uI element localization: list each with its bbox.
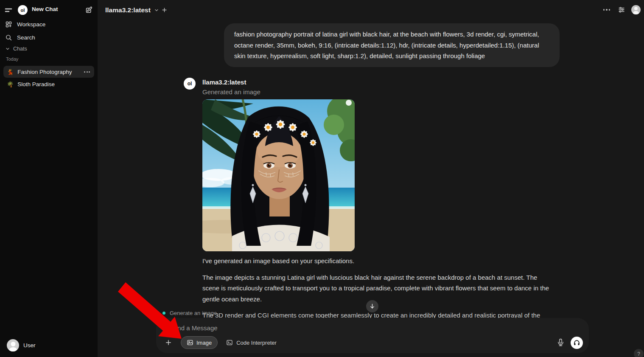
chats-label: Chats [13, 46, 27, 52]
message-composer: Send a Message Image Code Interpreter [156, 318, 589, 353]
sidebar-chat-fashion-photography[interactable]: 💃 Fashion Photography [3, 66, 94, 78]
assistant-avatar-icon: ol [184, 78, 196, 90]
search-icon [5, 34, 12, 41]
microphone-icon[interactable] [556, 338, 566, 347]
assistant-paragraph: The image depicts a stunning Latina girl… [202, 272, 554, 305]
user-avatar [7, 339, 19, 351]
composer-right-actions [556, 337, 583, 349]
help-button[interactable]: ? [634, 349, 644, 357]
message-input[interactable]: Send a Message [170, 324, 575, 332]
user-name: User [23, 342, 36, 349]
profile-avatar[interactable] [631, 5, 641, 14]
image-icon [187, 339, 193, 346]
model-selector[interactable]: llama3.2:latest [105, 6, 159, 14]
sidebar-header: ol New Chat [0, 4, 98, 16]
attach-plus-button[interactable] [163, 337, 174, 348]
palm-tree-emoji-icon: 🌴 [7, 81, 14, 87]
assistant-status-text: Generated an image [202, 88, 260, 96]
code-interpreter-button[interactable]: Code Interpreter [224, 336, 278, 349]
main-header: llama3.2:latest [98, 0, 644, 21]
sidebar-item-workspace[interactable]: Workspace [0, 18, 98, 31]
chats-section-header[interactable]: Chats [5, 46, 27, 52]
status-dot-icon [162, 312, 165, 315]
open-webui-app: ol New Chat Workspace Search Chats Today [0, 0, 644, 357]
chat-options-icon[interactable] [84, 71, 91, 73]
model-name: llama3.2:latest [105, 6, 151, 14]
chevron-down-icon [5, 46, 10, 51]
tool-status-indicator: Generate an image [162, 310, 217, 316]
sidebar-chat-sloth-paradise[interactable]: 🌴 Sloth Paradise [3, 78, 94, 90]
headphones-icon [573, 339, 580, 346]
search-label: Search [17, 34, 35, 41]
composer-toolbar: Image Code Interpreter [162, 336, 583, 349]
new-model-plus-icon[interactable] [160, 6, 168, 14]
chat-title: Sloth Paradise [17, 81, 91, 87]
controls-sliders-icon[interactable] [618, 6, 625, 14]
assistant-name: llama3.2:latest [202, 79, 246, 86]
user-message-bubble: fashion photography portrait of latina g… [224, 23, 560, 67]
sidebar-user-menu[interactable]: User [3, 337, 94, 354]
assistant-paragraph: I've generated an image based on your sp… [202, 256, 554, 267]
generated-image[interactable] [202, 99, 355, 251]
sidebar-item-search[interactable]: Search [0, 31, 98, 44]
sidebar: ol New Chat Workspace Search Chats Today [0, 0, 98, 357]
more-options-icon[interactable] [602, 7, 612, 12]
header-actions [602, 5, 641, 14]
voice-call-button[interactable] [571, 337, 583, 349]
scroll-to-bottom-button[interactable] [366, 300, 378, 312]
new-chat-label[interactable]: New Chat [32, 6, 58, 12]
image-button[interactable]: Image [181, 336, 218, 349]
code-interpreter-icon [226, 339, 233, 346]
workspace-label: Workspace [17, 21, 45, 28]
tool-status-label: Generate an image [170, 310, 217, 316]
sidebar-toggle-icon[interactable] [4, 6, 14, 14]
app-logo-icon: ol [18, 5, 28, 15]
dancer-emoji-icon: 💃 [7, 69, 14, 75]
assistant-response-text: I've generated an image based on your sp… [202, 256, 554, 326]
new-chat-edit-icon[interactable] [84, 5, 93, 14]
code-interpreter-label: Code Interpreter [236, 340, 277, 346]
chat-title: Fashion Photography [17, 69, 84, 75]
workspace-grid-icon [5, 21, 12, 28]
chevron-down-icon [154, 8, 159, 13]
image-button-label: Image [196, 340, 212, 346]
date-group-label: Today [6, 56, 18, 62]
